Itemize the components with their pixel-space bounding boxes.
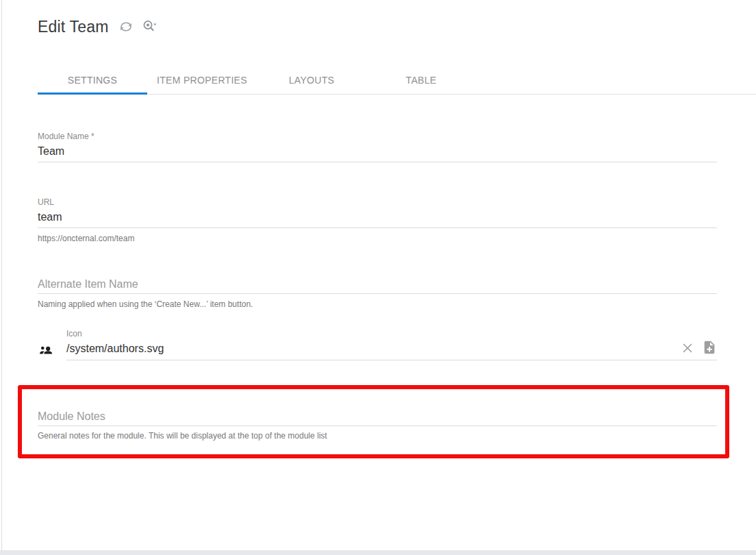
zoom-search-icon[interactable] [140, 18, 158, 36]
url-underline [38, 227, 717, 228]
note-add-icon[interactable] [702, 340, 717, 355]
alternate-item-name-underline [38, 293, 717, 294]
active-tab-indicator [38, 92, 147, 95]
icon-underline [66, 360, 717, 360]
url-hint: https://oncternal.com/team [38, 234, 717, 243]
alternate-item-name-field: Alternate Item Name Naming applied when … [38, 277, 717, 309]
tab-layouts[interactable]: LAYOUTS [257, 66, 366, 94]
edit-team-page: Edit Team SETTINGS ITEM PROPERTIES LAYOU… [0, 0, 756, 555]
icon-field: Icon /system/authors.svg [66, 329, 717, 360]
url-field: URL team https://oncternal.com/team [38, 197, 717, 243]
module-name-input[interactable]: Team [38, 144, 717, 158]
tab-item-properties[interactable]: ITEM PROPERTIES [147, 66, 257, 94]
alternate-item-name-input[interactable]: Alternate Item Name [38, 277, 717, 291]
module-name-field: Module Name * Team [38, 132, 717, 162]
tab-table[interactable]: TABLE [366, 66, 476, 94]
people-icon [38, 343, 54, 359]
url-label: URL [38, 197, 717, 207]
refresh-icon[interactable] [118, 18, 134, 35]
module-name-underline [38, 162, 717, 162]
module-notes-underline [38, 426, 717, 426]
module-notes-hint: General notes for the module. This will … [38, 431, 717, 441]
module-notes-input[interactable]: Module Notes [38, 409, 717, 423]
left-edge-divider [1, 0, 2, 555]
icon-label: Icon [66, 329, 717, 338]
page-title: Edit Team [38, 16, 109, 37]
tab-settings[interactable]: SETTINGS [38, 66, 147, 94]
url-input[interactable]: team [38, 210, 717, 224]
tab-bar: SETTINGS ITEM PROPERTIES LAYOUTS TABLE [38, 66, 476, 94]
module-notes-field: Module Notes General notes for the modul… [38, 409, 717, 441]
alternate-item-name-hint: Naming applied when using the ‘Create Ne… [38, 299, 717, 309]
clear-icon[interactable] [681, 342, 694, 354]
bottom-scrollbar-track[interactable] [0, 550, 756, 555]
module-name-label: Module Name * [38, 132, 717, 141]
icon-input[interactable]: /system/authors.svg [66, 341, 717, 356]
